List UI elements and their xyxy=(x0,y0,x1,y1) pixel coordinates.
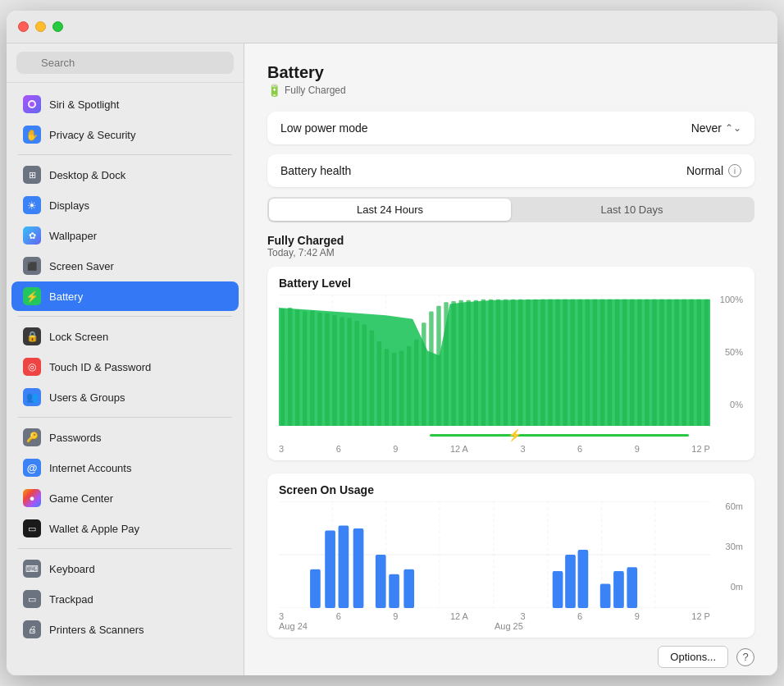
x-label-6p: 6 xyxy=(577,444,582,454)
usage-y-labels: 60m 30m 0m xyxy=(713,501,743,592)
fullscreen-button[interactable] xyxy=(52,21,63,32)
sidebar-label-users: Users & Groups xyxy=(49,391,125,404)
today-time: Today, 7:42 AM xyxy=(267,247,754,258)
fully-charged-label: Fully Charged xyxy=(267,234,754,247)
touch-id-icon: ◎ xyxy=(23,358,41,376)
svg-rect-63 xyxy=(659,300,663,426)
battery-icon: ⚡ xyxy=(23,287,41,305)
search-container: ⌕ xyxy=(7,43,244,83)
svg-rect-61 xyxy=(645,300,649,426)
sidebar-item-game-center[interactable]: ● Game Center xyxy=(11,483,239,513)
sidebar-item-touch-id[interactable]: ◎ Touch ID & Password xyxy=(11,352,239,382)
svg-rect-62 xyxy=(652,300,656,426)
svg-rect-24 xyxy=(370,330,374,426)
sidebar-item-privacy-security[interactable]: ✋ Privacy & Security xyxy=(11,120,239,149)
svg-rect-28 xyxy=(399,351,403,426)
minimize-button[interactable] xyxy=(35,21,46,32)
tab-last-10d[interactable]: Last 10 Days xyxy=(511,199,753,221)
subtitle-text: Fully Charged xyxy=(285,85,346,96)
sidebar: ⌕ Siri & Spotlight ✋ Privacy & Security xyxy=(7,43,244,675)
date-aug24: Aug 24 xyxy=(279,621,451,631)
low-power-value: Never xyxy=(691,121,722,135)
battery-y-labels: 100% 50% 0% xyxy=(713,295,743,409)
sidebar-item-keyboard[interactable]: ⌨ Keyboard xyxy=(11,554,239,583)
battery-status-icon: 🔋 xyxy=(267,84,281,97)
svg-rect-36 xyxy=(458,300,463,426)
usage-svg-wrapper xyxy=(279,501,710,608)
svg-rect-13 xyxy=(288,308,292,426)
svg-rect-59 xyxy=(630,300,634,426)
svg-rect-44 xyxy=(518,300,522,426)
x-label-9p: 9 xyxy=(635,444,640,454)
game-center-icon: ● xyxy=(23,489,41,507)
sidebar-item-printers[interactable]: 🖨 Printers & Scanners xyxy=(11,615,239,644)
sidebar-item-passwords[interactable]: 🔑 Passwords xyxy=(11,423,239,452)
svg-rect-46 xyxy=(533,300,537,426)
privacy-icon: ✋ xyxy=(23,126,41,144)
svg-rect-83 xyxy=(353,528,364,608)
battery-health-row: Battery health Normal i xyxy=(267,154,754,187)
ux-9: 9 xyxy=(393,611,398,621)
sidebar-item-trackpad[interactable]: ▭ Trackpad xyxy=(11,584,239,614)
svg-rect-22 xyxy=(355,321,359,426)
sidebar-item-siri-spotlight[interactable]: Siri & Spotlight xyxy=(11,89,239,119)
svg-rect-27 xyxy=(392,353,396,426)
sidebar-item-desktop-dock[interactable]: ⊞ Desktop & Dock xyxy=(11,160,239,190)
battery-chart-container: Battery Level xyxy=(267,267,754,460)
charging-bolt-icon: ⚡ xyxy=(508,428,522,441)
svg-rect-30 xyxy=(414,340,418,426)
sidebar-item-internet-accounts[interactable]: @ Internet Accounts xyxy=(11,453,239,482)
sidebar-label-passwords: Passwords xyxy=(49,432,102,444)
search-input[interactable] xyxy=(16,52,234,74)
svg-rect-26 xyxy=(385,349,389,426)
sidebar-label-siri: Siri & Spotlight xyxy=(49,98,119,111)
svg-rect-15 xyxy=(303,312,307,426)
divider-1 xyxy=(18,154,232,155)
svg-rect-57 xyxy=(615,300,619,426)
sidebar-item-screen-saver[interactable]: ⬛ Screen Saver xyxy=(11,251,239,281)
screen-usage-chart: Screen On Usage xyxy=(267,473,754,638)
svg-rect-86 xyxy=(403,569,414,608)
displays-icon: ☀ xyxy=(23,196,41,214)
usage-x-labels: 3 6 9 12 A 3 6 9 12 P xyxy=(279,611,743,621)
close-button[interactable] xyxy=(18,21,29,32)
svg-rect-90 xyxy=(600,583,611,608)
sidebar-label-screensaver: Screen Saver xyxy=(49,260,114,272)
page-title: Battery xyxy=(267,63,754,82)
usage-y-30m: 30m xyxy=(713,542,743,551)
svg-rect-48 xyxy=(548,300,552,426)
bottom-bar: Options... ? xyxy=(267,638,754,668)
help-button[interactable]: ? xyxy=(736,648,754,666)
desktop-icon: ⊞ xyxy=(23,166,41,184)
sidebar-item-lock-screen[interactable]: 🔒 Lock Screen xyxy=(11,322,239,351)
sidebar-item-users-groups[interactable]: 👥 Users & Groups xyxy=(11,382,239,412)
info-icon[interactable]: i xyxy=(728,164,741,177)
sidebar-item-displays[interactable]: ☀ Displays xyxy=(11,190,239,220)
sidebar-label-game: Game Center xyxy=(49,492,113,505)
svg-rect-38 xyxy=(474,300,478,426)
sidebar-label-touch-id: Touch ID & Password xyxy=(49,361,151,373)
sidebar-item-battery[interactable]: ⚡ Battery xyxy=(11,281,239,311)
tab-last-24h[interactable]: Last 24 Hours xyxy=(269,199,511,221)
divider-4 xyxy=(18,548,232,549)
low-power-value-wrapper[interactable]: Never ⌃⌄ xyxy=(691,121,741,135)
date-aug25: Aug 25 xyxy=(495,621,624,631)
y-label-100: 100% xyxy=(713,295,743,304)
siri-icon xyxy=(23,95,41,113)
sidebar-item-wallet[interactable]: ▭ Wallet & Apple Pay xyxy=(11,514,239,543)
options-button[interactable]: Options... xyxy=(658,646,728,668)
search-wrapper: ⌕ xyxy=(16,52,234,74)
svg-rect-84 xyxy=(376,555,386,608)
sidebar-items-list: Siri & Spotlight ✋ Privacy & Security ⊞ … xyxy=(7,83,244,652)
sidebar-item-wallpaper[interactable]: ✿ Wallpaper xyxy=(11,221,239,250)
sidebar-label-wallpaper: Wallpaper xyxy=(49,230,97,242)
battery-level-title: Battery Level xyxy=(279,277,743,290)
internet-accounts-icon: @ xyxy=(23,459,41,477)
ux-3p: 3 xyxy=(520,611,525,621)
x-label-3p: 3 xyxy=(520,444,525,454)
svg-rect-12 xyxy=(280,309,285,426)
svg-rect-33 xyxy=(436,306,440,426)
svg-rect-87 xyxy=(553,571,563,608)
lock-icon: 🔒 xyxy=(23,327,41,345)
svg-rect-19 xyxy=(332,315,336,426)
